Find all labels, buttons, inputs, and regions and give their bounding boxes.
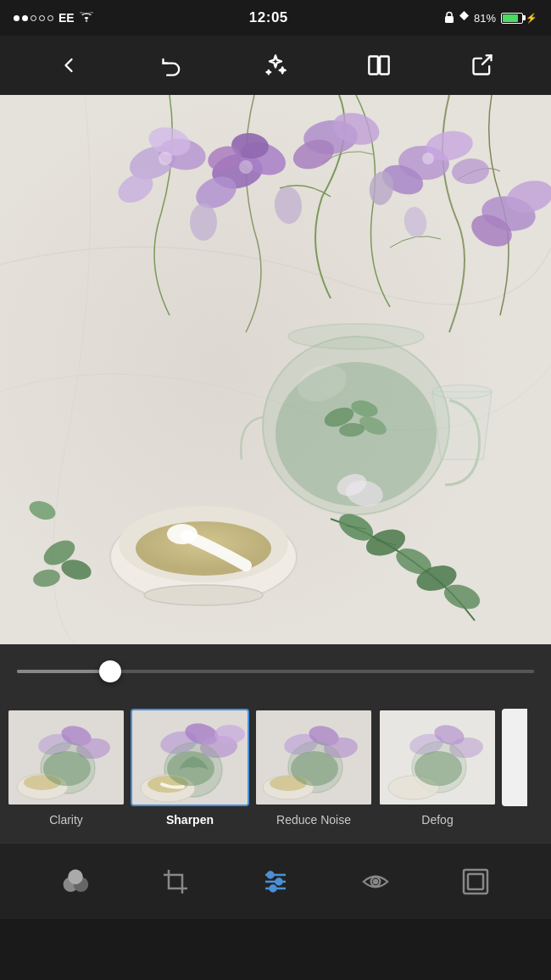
filter-item-extra[interactable] [502, 709, 527, 806]
svg-point-43 [167, 524, 198, 544]
filter-item-defog[interactable]: Defog [378, 709, 497, 827]
undo-button[interactable] [151, 44, 193, 86]
filter-item-clarity[interactable]: Clarity [7, 709, 125, 827]
signal-dot-4 [39, 15, 45, 21]
status-bar: EE 12:05 81% ⚡ [0, 0, 551, 36]
svg-rect-1 [369, 57, 378, 75]
auto-enhance-button[interactable] [254, 44, 297, 86]
signal-dot-2 [22, 15, 28, 21]
share-button[interactable] [461, 44, 504, 86]
svg-line-3 [482, 55, 492, 64]
filter-label-defog: Defog [421, 813, 453, 827]
svg-rect-86 [502, 709, 527, 806]
filter-thumb-sharpen[interactable] [131, 709, 249, 806]
filter-label-reduce-noise: Reduce Noise [276, 813, 351, 827]
slider-fill [17, 670, 110, 673]
svg-point-99 [374, 879, 377, 883]
photo-image [0, 95, 551, 644]
filter-label-clarity: Clarity [49, 813, 83, 827]
svg-point-85 [388, 776, 439, 799]
svg-point-38 [288, 324, 424, 349]
svg-point-39 [432, 385, 492, 398]
status-left: EE [14, 11, 93, 25]
bottom-toolbar [0, 843, 551, 919]
battery-percent: 81% [474, 12, 496, 25]
location-icon [459, 11, 469, 25]
compare-button[interactable] [358, 44, 400, 86]
filter-thumb-reduce-noise[interactable] [254, 709, 373, 806]
signal-dot-5 [47, 15, 53, 21]
mix-button[interactable] [50, 856, 101, 907]
slider-thumb[interactable] [99, 660, 121, 682]
svg-point-29 [159, 152, 172, 165]
back-button[interactable] [47, 44, 90, 86]
filter-label-sharpen: Sharpen [166, 813, 214, 827]
signal-dot-3 [31, 15, 36, 21]
svg-rect-2 [380, 57, 389, 75]
svg-point-31 [422, 153, 434, 164]
svg-point-28 [190, 203, 217, 241]
svg-point-90 [68, 869, 83, 884]
photo-canvas [0, 95, 551, 644]
svg-rect-0 [445, 16, 454, 23]
signal-strength [14, 15, 53, 21]
svg-point-97 [270, 885, 276, 891]
filter-thumb-defog[interactable] [378, 709, 497, 806]
svg-rect-101 [468, 874, 483, 889]
crop-button[interactable] [150, 856, 201, 907]
slider-track[interactable] [17, 670, 534, 673]
filter-thumb-extra-partial [502, 709, 527, 806]
signal-dot-1 [14, 15, 19, 21]
status-time: 12:05 [249, 9, 288, 26]
selective-button[interactable] [350, 856, 401, 907]
carrier-name: EE [58, 11, 75, 25]
svg-point-30 [239, 160, 253, 174]
adjust-button[interactable] [250, 856, 301, 907]
filter-strip: Clarity Sharpen [0, 699, 551, 843]
filter-thumb-clarity[interactable] [7, 709, 125, 806]
svg-rect-91 [169, 875, 182, 888]
slider-remaining [110, 670, 534, 673]
filter-item-reduce-noise[interactable]: Reduce Noise [254, 709, 373, 827]
filter-item-sharpen[interactable]: Sharpen [131, 709, 249, 827]
top-toolbar [0, 36, 551, 95]
status-right: 81% ⚡ [444, 11, 537, 25]
frame-button[interactable] [450, 856, 501, 907]
svg-point-96 [276, 878, 282, 884]
wifi-icon [80, 11, 93, 25]
svg-point-95 [268, 871, 274, 877]
slider-area[interactable] [0, 644, 551, 699]
lock-icon [444, 11, 454, 25]
svg-point-44 [144, 585, 263, 605]
svg-point-63 [24, 775, 61, 790]
svg-point-68 [214, 725, 245, 743]
charging-icon: ⚡ [526, 13, 537, 24]
svg-point-78 [270, 776, 307, 791]
battery-indicator: ⚡ [501, 13, 537, 24]
svg-point-71 [147, 776, 188, 793]
